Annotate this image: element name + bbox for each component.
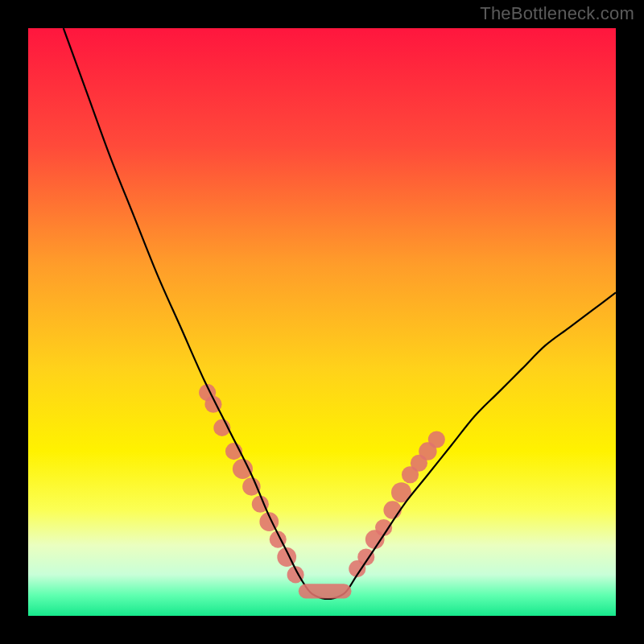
flat-bottom-band (299, 584, 352, 598)
curve-marker (233, 459, 253, 479)
curve-layer (28, 28, 616, 616)
curve-marker (242, 477, 260, 495)
curve-marker (383, 501, 401, 518)
watermark-text: TheBottleneck.com (480, 3, 634, 24)
plot-area (28, 28, 616, 616)
chart-frame: TheBottleneck.com (0, 0, 644, 644)
curve-marker (428, 431, 445, 448)
bottleneck-curve (64, 28, 616, 599)
